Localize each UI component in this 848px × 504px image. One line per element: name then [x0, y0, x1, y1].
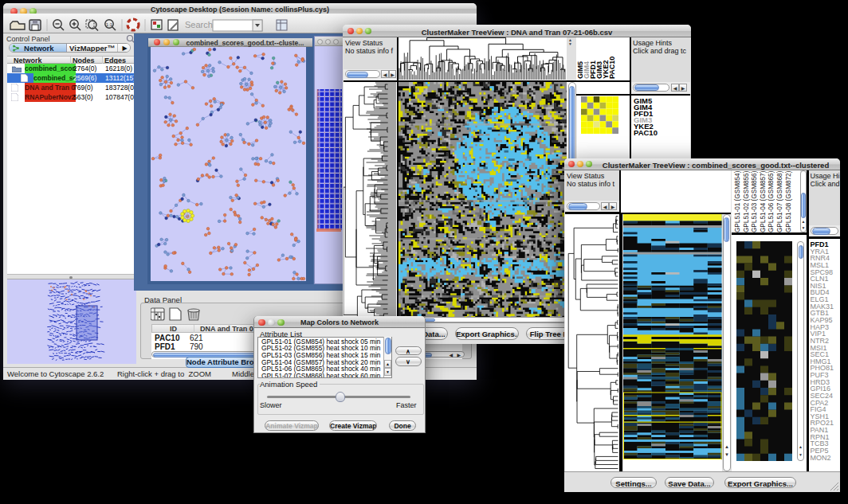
svg-text:GPL51-03 (GSM856): GPL51-03 (GSM856) [751, 170, 758, 232]
svg-text:1:1: 1:1 [106, 22, 113, 27]
svg-text:GPL51-07 (GSM868): GPL51-07 (GSM868) [776, 170, 783, 232]
svg-text:GPL51-02 (GSM855): GPL51-02 (GSM855) [743, 170, 750, 232]
svg-text:GPL51-06 (GSM865): GPL51-06 (GSM865) [768, 170, 775, 232]
svg-text:GPL51-08 (GSM872): GPL51-08 (GSM872) [785, 170, 792, 232]
svg-text:GPL51-04 (GSM857): GPL51-04 (GSM857) [760, 170, 767, 232]
svg-text:PAC10: PAC10 [608, 56, 616, 78]
svg-text:GPL51-01 (GSM854): GPL51-01 (GSM854) [734, 170, 741, 232]
svg-text:Search:: Search: [185, 20, 215, 29]
